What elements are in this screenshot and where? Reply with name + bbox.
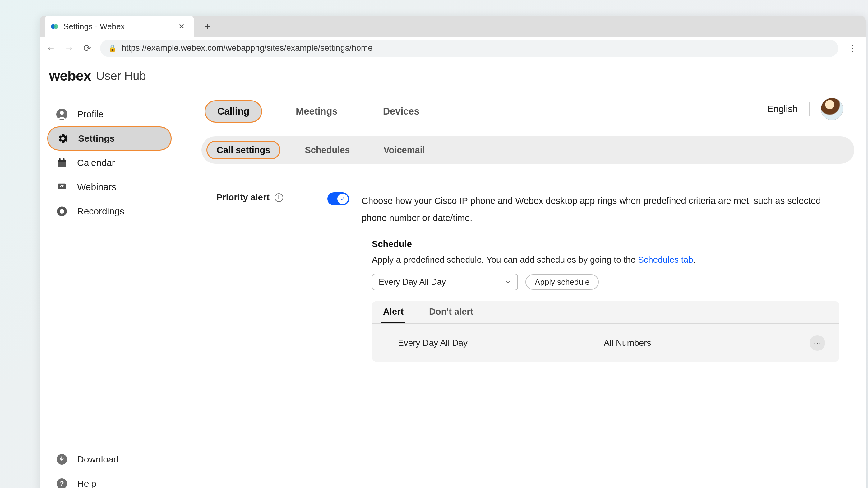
secondary-tabs: Call settings Schedules Voicemail xyxy=(202,136,854,164)
brand-subtitle: User Hub xyxy=(96,69,146,83)
sidebar-item-settings[interactable]: Settings xyxy=(47,126,172,151)
sidebar-item-download[interactable]: Download xyxy=(47,447,172,471)
alert-tab-alert[interactable]: Alert xyxy=(381,307,405,323)
lock-icon: 🔒 xyxy=(108,44,117,52)
info-icon[interactable]: i xyxy=(275,193,283,202)
schedule-description: Apply a predefined schedule. You can add… xyxy=(372,255,839,265)
presentation-icon xyxy=(55,180,68,194)
sidebar-item-label: Webinars xyxy=(77,182,116,192)
svg-rect-5 xyxy=(58,160,66,162)
reload-icon[interactable]: ⟳ xyxy=(82,43,92,53)
alert-row: Every Day All Day All Numbers ⋯ xyxy=(372,324,839,362)
svg-point-1 xyxy=(54,24,58,29)
browser-window: Settings - Webex ✕ ＋ ← → ⟳ 🔒 https://exa… xyxy=(40,16,866,488)
tab-strip: Settings - Webex ✕ ＋ xyxy=(40,16,866,37)
schedule-heading: Schedule xyxy=(372,239,839,249)
alert-row-schedule: Every Day All Day xyxy=(386,338,604,348)
alert-tab-dont-alert[interactable]: Don't alert xyxy=(427,307,475,323)
tab-devices[interactable]: Devices xyxy=(371,100,431,123)
sidebar-item-label: Download xyxy=(77,454,119,465)
brand-logo: webex xyxy=(49,68,91,84)
priority-alert-toggle[interactable]: ✓ xyxy=(328,192,349,205)
back-icon[interactable]: ← xyxy=(46,43,56,53)
svg-rect-7 xyxy=(63,159,64,161)
sidebar-item-label: Help xyxy=(77,478,96,488)
primary-tabs: Calling Meetings Devices xyxy=(202,96,854,123)
priority-alert-description: Choose how your Cisco IP phone and Webex… xyxy=(362,192,839,227)
app-header: webex User Hub xyxy=(40,59,866,93)
browser-toolbar: ← → ⟳ 🔒 https://example.webex.com/webapp… xyxy=(40,37,866,59)
browser-tab-title: Settings - Webex xyxy=(63,22,172,31)
svg-rect-6 xyxy=(59,159,61,161)
tab-meetings[interactable]: Meetings xyxy=(284,100,349,123)
browser-tab[interactable]: Settings - Webex ✕ xyxy=(45,16,194,37)
sidebar-item-label: Calendar xyxy=(77,157,115,168)
sidebar-item-calendar[interactable]: Calendar xyxy=(47,151,172,175)
record-icon xyxy=(55,205,68,218)
sidebar-item-label: Settings xyxy=(78,133,115,144)
person-icon xyxy=(55,108,68,121)
schedule-text: Apply a predefined schedule. You can add… xyxy=(372,255,638,264)
chevron-down-icon xyxy=(505,279,511,285)
svg-point-10 xyxy=(60,209,64,213)
sidebar-item-webinars[interactable]: Webinars xyxy=(47,175,172,199)
sidebar-item-label: Profile xyxy=(77,109,103,119)
sidebar: Profile Settings Calendar xyxy=(40,93,198,488)
row-more-button[interactable]: ⋯ xyxy=(810,335,825,351)
calendar-icon xyxy=(55,156,68,169)
avatar[interactable] xyxy=(821,98,843,120)
help-icon: ? xyxy=(55,477,68,488)
address-bar[interactable]: 🔒 https://example.webex.com/webappng/sit… xyxy=(100,39,838,57)
schedules-tab-link[interactable]: Schedules tab xyxy=(638,255,693,264)
main-content: English Calling Meetings Devices Call se… xyxy=(198,93,866,488)
subtab-schedules[interactable]: Schedules xyxy=(296,141,359,159)
download-icon xyxy=(55,453,68,466)
apply-schedule-button[interactable]: Apply schedule xyxy=(525,274,599,290)
forward-icon[interactable]: → xyxy=(64,43,74,53)
gear-icon xyxy=(56,132,69,145)
alert-box: Alert Don't alert Every Day All Day All … xyxy=(372,301,839,362)
subtab-voicemail[interactable]: Voicemail xyxy=(374,141,434,159)
svg-point-3 xyxy=(60,111,64,115)
close-tab-icon[interactable]: ✕ xyxy=(176,22,187,31)
browser-menu-icon[interactable]: ⋮ xyxy=(846,42,859,54)
divider xyxy=(809,102,810,116)
check-icon: ✓ xyxy=(337,194,348,204)
subtab-call-settings[interactable]: Call settings xyxy=(207,141,280,159)
url-text: https://example.webex.com/webappng/sites… xyxy=(122,43,372,53)
sidebar-item-recordings[interactable]: Recordings xyxy=(47,199,172,224)
schedule-text-post: . xyxy=(693,255,696,264)
sidebar-item-profile[interactable]: Profile xyxy=(47,102,172,126)
priority-alert-label: Priority alert i xyxy=(216,192,315,203)
language-selector[interactable]: English xyxy=(767,104,798,114)
tab-calling[interactable]: Calling xyxy=(205,100,262,123)
sidebar-item-label: Recordings xyxy=(77,206,124,217)
alert-row-numbers: All Numbers xyxy=(604,338,810,348)
settings-panel: Priority alert i ✓ Choose how your Cisco… xyxy=(202,178,854,381)
webex-favicon-icon xyxy=(50,22,59,31)
svg-text:?: ? xyxy=(60,480,64,487)
sidebar-item-help[interactable]: ? Help xyxy=(47,471,172,488)
priority-alert-title: Priority alert xyxy=(216,192,270,203)
new-tab-button[interactable]: ＋ xyxy=(202,20,214,32)
schedule-select[interactable]: Every Day All Day xyxy=(372,274,518,290)
schedule-select-value: Every Day All Day xyxy=(379,277,446,287)
